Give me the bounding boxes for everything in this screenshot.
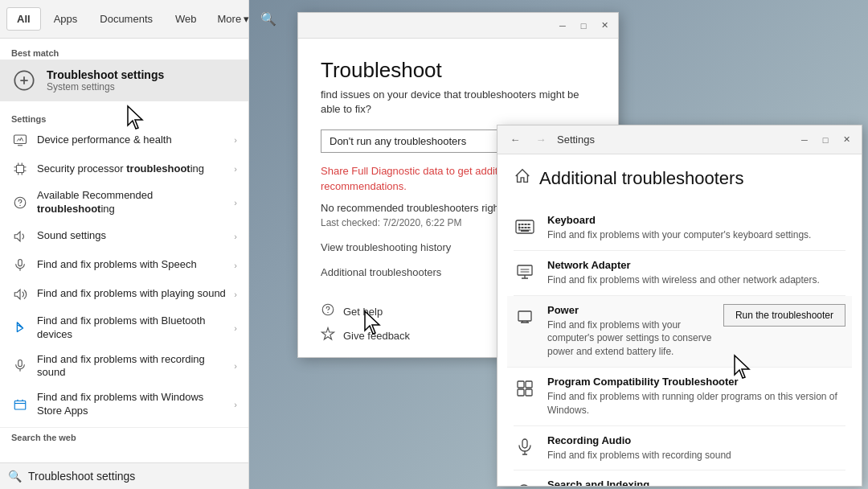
arrow-icon: ›: [234, 290, 237, 299]
best-match-title: Troubleshoot settings: [47, 68, 164, 81]
svg-point-9: [327, 312, 329, 314]
troubleshoot-settings-icon: [11, 68, 37, 93]
arrow-icon: ›: [234, 135, 237, 145]
start-menu-panel: All Apps Documents Web More ▾ 🔍 Best mat…: [0, 0, 249, 489]
back-button[interactable]: ←: [506, 130, 525, 150]
keyboard-body: Keyboard Find and fix problems with your…: [547, 214, 845, 242]
svg-rect-5: [18, 259, 23, 265]
troubleshooter-power: Power Find and fix problems with your co…: [507, 296, 852, 368]
list-item[interactable]: Find and fix problems with Speech ›: [0, 251, 248, 280]
settings-item-text: Find and fix problems with Bluetooth dev…: [37, 314, 226, 342]
svg-rect-19: [521, 230, 529, 232]
get-help-label: Get help: [343, 306, 383, 318]
run-troubleshooter-button[interactable]: Run the troubleshooter: [723, 304, 845, 327]
tab-web[interactable]: Web: [166, 8, 207, 30]
search-input[interactable]: [28, 470, 240, 483]
recording-desc: Find and fix problems with recording sou…: [547, 449, 845, 462]
power-body: Power Find and fix problems with your co…: [547, 304, 712, 359]
chevron-down-icon: ▾: [244, 13, 249, 25]
forward-button[interactable]: →: [531, 130, 551, 150]
svg-rect-16: [522, 227, 523, 228]
close-button[interactable]: ✕: [597, 18, 612, 33]
network-body: Network Adapter Find and fix problems wi…: [547, 259, 845, 287]
svg-rect-18: [528, 227, 530, 228]
settings-item-text: Sound settings: [37, 229, 226, 243]
list-item[interactable]: Find and fix problems with Windows Store…: [0, 385, 248, 424]
home-icon: [514, 167, 531, 190]
get-help-icon: [321, 302, 335, 320]
svg-rect-17: [525, 227, 526, 228]
list-item[interactable]: Device performance & health ›: [0, 125, 248, 154]
settings-item-text: Device performance & health: [37, 134, 226, 147]
give-feedback-label: Give feedback: [343, 330, 410, 342]
speech-icon: [11, 257, 29, 274]
compat-title: Program Compatibility Troubleshooter: [547, 376, 845, 388]
tab-apps[interactable]: Apps: [44, 8, 88, 30]
list-item[interactable]: Find and fix problems with Bluetooth dev…: [0, 309, 248, 347]
compat-icon: [514, 377, 536, 400]
arrow-icon: ›: [234, 198, 237, 208]
additional-title: Additional troubleshooters: [539, 168, 743, 189]
troubleshooter-recording: Recording Audio Find and fix problems wi…: [514, 426, 845, 471]
recording-title: Recording Audio: [547, 434, 845, 446]
search-indexing-body: Search and Indexing: [547, 479, 845, 486]
best-match-item[interactable]: Troubleshoot settings System settings: [0, 60, 248, 101]
svg-rect-1: [14, 135, 27, 144]
recording-icon: [514, 436, 536, 458]
svg-rect-2: [17, 166, 24, 173]
settings-item-text: Find and fix problems with playing sound: [37, 287, 226, 301]
list-item[interactable]: Security processor troubleshooting ›: [0, 154, 248, 183]
best-match-section: Best match Troubleshoot settings System …: [0, 39, 248, 108]
best-match-text: Troubleshoot settings System settings: [47, 68, 164, 92]
arrow-icon: ›: [234, 361, 237, 371]
power-action: Run the troubleshooter: [723, 304, 845, 327]
additional-header: Additional troubleshooters: [514, 167, 845, 190]
svg-rect-20: [518, 265, 532, 275]
search-web-divider: Search the web: [0, 427, 248, 444]
additional-window-content: Additional troubleshooters Keyboard Find…: [497, 154, 862, 486]
minimize-button[interactable]: ─: [555, 18, 570, 33]
settings-item-text: Find and fix problems with Windows Store…: [37, 391, 226, 418]
power-desc: Find and fix problems with your computer…: [547, 318, 712, 359]
svg-point-4: [19, 205, 21, 207]
additional-troubleshooters-window: ← → Settings ─ □ ✕ Additional troublesho…: [497, 125, 862, 487]
troubleshooter-search: Search and Indexing: [514, 471, 845, 486]
dropdown-value: Don't run any troubleshooters: [330, 135, 466, 147]
svg-rect-12: [522, 224, 523, 225]
svg-rect-6: [18, 360, 23, 367]
arrow-icon: ›: [234, 164, 237, 174]
tab-documents[interactable]: Documents: [90, 8, 162, 30]
bluetooth-icon: [11, 319, 29, 337]
search-tabs-bar: All Apps Documents Web More ▾ 🔍: [0, 0, 248, 39]
settings-list: Settings Device performance & health › S…: [0, 108, 248, 462]
troubleshooter-network: Network Adapter Find and fix problems wi…: [514, 251, 845, 296]
troubleshooter-compat: Program Compatibility Troubleshooter Fin…: [514, 368, 845, 426]
recording-sound-icon: [11, 357, 29, 375]
search-bar-icon: 🔍: [8, 470, 22, 483]
recording-body: Recording Audio Find and fix problems wi…: [547, 434, 845, 462]
list-item[interactable]: Find and fix problems with recording sou…: [0, 347, 248, 386]
troubleshooter-keyboard: Keyboard Find and fix problems with your…: [514, 206, 845, 251]
compat-desc: Find and fix problems with running older…: [547, 390, 845, 417]
list-item[interactable]: Available Recommended troubleshooting ›: [0, 183, 248, 222]
troubleshoot-title: Troubleshoot: [321, 58, 596, 83]
search-icon[interactable]: 🔍: [260, 11, 276, 27]
settings-label: Settings: [557, 134, 791, 146]
keyboard-icon: [514, 216, 536, 238]
svg-rect-14: [528, 224, 530, 225]
keyboard-desc: Find and fix problems with your computer…: [547, 228, 845, 242]
power-title: Power: [547, 304, 712, 316]
list-item[interactable]: Sound settings ›: [0, 222, 248, 251]
svg-rect-23: [526, 381, 532, 388]
svg-rect-21: [518, 311, 531, 321]
sound-settings-icon: [11, 228, 29, 245]
maximize-button[interactable]: □: [576, 18, 591, 33]
compat-body: Program Compatibility Troubleshooter Fin…: [547, 376, 845, 417]
list-item[interactable]: Find and fix problems with playing sound…: [0, 280, 248, 309]
minimize-button-2[interactable]: ─: [797, 133, 812, 147]
tab-more[interactable]: More ▾: [210, 8, 258, 30]
tab-all[interactable]: All: [6, 7, 41, 31]
maximize-button-2[interactable]: □: [818, 133, 833, 147]
device-health-icon: [11, 131, 29, 149]
close-button-2[interactable]: ✕: [839, 133, 854, 147]
